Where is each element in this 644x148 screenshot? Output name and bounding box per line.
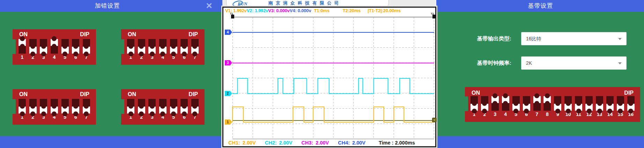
- dip-switch-2[interactable]: 2: [481, 96, 488, 117]
- close-icon[interactable]: ×: [203, 0, 215, 12]
- switch-handle[interactable]: [512, 104, 520, 111]
- dip-switch-4[interactable]: 4: [159, 99, 166, 120]
- dip-switch-2[interactable]: 2: [29, 39, 37, 60]
- switch-handle[interactable]: [533, 96, 541, 103]
- dip-switch-3[interactable]: 3: [148, 39, 156, 60]
- switch-handle[interactable]: [471, 104, 478, 111]
- dip-switch-2[interactable]: 2: [29, 99, 37, 120]
- switch-handle[interactable]: [617, 104, 624, 111]
- dip-switch-7[interactable]: 7: [83, 39, 90, 60]
- dip-switch-5[interactable]: 5: [170, 39, 177, 60]
- dip-switch-6[interactable]: 6: [72, 99, 79, 120]
- switch-handle[interactable]: [481, 104, 488, 111]
- switch-handle[interactable]: [83, 47, 90, 54]
- dip-switch-5[interactable]: 5: [170, 99, 177, 120]
- switch-handle[interactable]: [18, 107, 26, 114]
- switch-handle[interactable]: [180, 47, 188, 54]
- dip-switch-11[interactable]: 11: [575, 96, 582, 117]
- dip-switch-7[interactable]: 7: [83, 99, 90, 120]
- switch-handle[interactable]: [148, 107, 156, 114]
- switch-handle[interactable]: [18, 39, 26, 46]
- dip-switch-1[interactable]: 1: [18, 99, 26, 120]
- switch-handle[interactable]: [29, 107, 37, 114]
- baseband-clock-freq-label: 基带时钟频率:: [437, 56, 511, 70]
- switch-handle[interactable]: [51, 107, 58, 114]
- dip-switch-12[interactable]: 12: [585, 96, 593, 117]
- dip-switch-1[interactable]: 1: [471, 96, 478, 117]
- switch-handle[interactable]: [29, 47, 37, 54]
- switch-handle[interactable]: [51, 39, 58, 46]
- switch-handle[interactable]: [554, 104, 561, 111]
- dip-switch-6[interactable]: 6: [180, 99, 188, 120]
- switch-handle[interactable]: [40, 47, 47, 54]
- dip-switch-8[interactable]: 8: [543, 96, 551, 117]
- switch-handle[interactable]: [627, 104, 635, 111]
- dip-switch-6[interactable]: 6: [72, 39, 79, 60]
- dip-switch-15[interactable]: 15: [617, 96, 624, 117]
- dip-switch-2[interactable]: 2: [138, 39, 145, 60]
- switch-handle[interactable]: [585, 104, 593, 111]
- dip-switch-9[interactable]: 9: [554, 96, 561, 117]
- switch-handle[interactable]: [596, 104, 603, 111]
- dip-switch-14[interactable]: 14: [606, 96, 614, 117]
- dip-switch-7[interactable]: 7: [191, 99, 199, 120]
- switch-handle[interactable]: [575, 104, 582, 111]
- switch-row: 1234567: [18, 39, 90, 60]
- switch-handle[interactable]: [543, 96, 551, 103]
- switch-slot: [159, 39, 166, 54]
- dip-switch-16[interactable]: 16: [627, 96, 635, 117]
- switch-handle[interactable]: [606, 104, 614, 111]
- dip-switch-2[interactable]: 2: [138, 99, 145, 120]
- dip-switch-4[interactable]: 4: [51, 99, 58, 120]
- dip-switch-1[interactable]: 1: [127, 39, 134, 60]
- switch-handle[interactable]: [502, 96, 509, 103]
- switch-handle[interactable]: [180, 107, 188, 114]
- switch-handle[interactable]: [170, 47, 177, 54]
- switch-handle[interactable]: [491, 96, 499, 103]
- switch-row: 1234567: [127, 99, 199, 120]
- switch-handle[interactable]: [72, 47, 79, 54]
- switch-handle[interactable]: [564, 104, 572, 111]
- dip-switch-3[interactable]: 3: [40, 39, 47, 60]
- switch-handle[interactable]: [159, 107, 166, 114]
- switch-handle[interactable]: [61, 107, 69, 114]
- baseband-clock-freq-select[interactable]: 2K: [521, 56, 627, 70]
- dip-switch-13[interactable]: 13: [596, 96, 603, 117]
- switch-handle[interactable]: [138, 107, 145, 114]
- dip-switch-6[interactable]: 6: [180, 39, 188, 60]
- switch-handle[interactable]: [148, 47, 156, 54]
- channel-1-tag: 1: [225, 119, 232, 125]
- dip-switch-4[interactable]: 4: [502, 96, 509, 117]
- switch-handle[interactable]: [191, 47, 199, 54]
- switch-handle[interactable]: [523, 104, 530, 111]
- dip-switch-1[interactable]: 1: [18, 39, 26, 60]
- dip-switch-3[interactable]: 3: [491, 96, 499, 117]
- baseband-output-type-select[interactable]: 16比特: [521, 32, 627, 45]
- switch-handle[interactable]: [83, 107, 90, 114]
- switch-handle[interactable]: [159, 47, 166, 54]
- switch-handle[interactable]: [127, 107, 134, 114]
- dip-switch-7[interactable]: 7: [533, 96, 541, 117]
- switch-handle[interactable]: [138, 47, 145, 54]
- oscilloscope-window: RUN 南京润众科技有限公司 V1: 1.992vV2: 1.992vV3: 0…: [222, 0, 436, 147]
- dip-switch-5[interactable]: 5: [61, 39, 69, 60]
- measurement-readouts: V1: 1.992vV2: 1.992vV3: 0.000vV4: 0.000v…: [223, 8, 435, 13]
- switch-handle[interactable]: [127, 47, 134, 54]
- dip-switch-10[interactable]: 10: [564, 96, 572, 117]
- switch-handle[interactable]: [40, 107, 47, 114]
- dip-switch-3[interactable]: 3: [40, 99, 47, 120]
- dip-switch-6[interactable]: 6: [523, 96, 530, 117]
- switch-handle[interactable]: [191, 107, 199, 114]
- dip-switch-3[interactable]: 3: [148, 99, 156, 120]
- dip-switch-4[interactable]: 4: [51, 39, 58, 60]
- dip-switch-5[interactable]: 5: [512, 96, 520, 117]
- waveform-plot: [232, 13, 434, 139]
- switch-handle[interactable]: [170, 107, 177, 114]
- dip-switch-1[interactable]: 1: [127, 99, 134, 120]
- select-value: 16比特: [526, 32, 541, 45]
- switch-handle[interactable]: [72, 107, 79, 114]
- switch-handle[interactable]: [61, 47, 69, 54]
- dip-switch-7[interactable]: 7: [191, 39, 199, 60]
- dip-switch-5[interactable]: 5: [61, 99, 69, 120]
- dip-switch-4[interactable]: 4: [159, 39, 166, 60]
